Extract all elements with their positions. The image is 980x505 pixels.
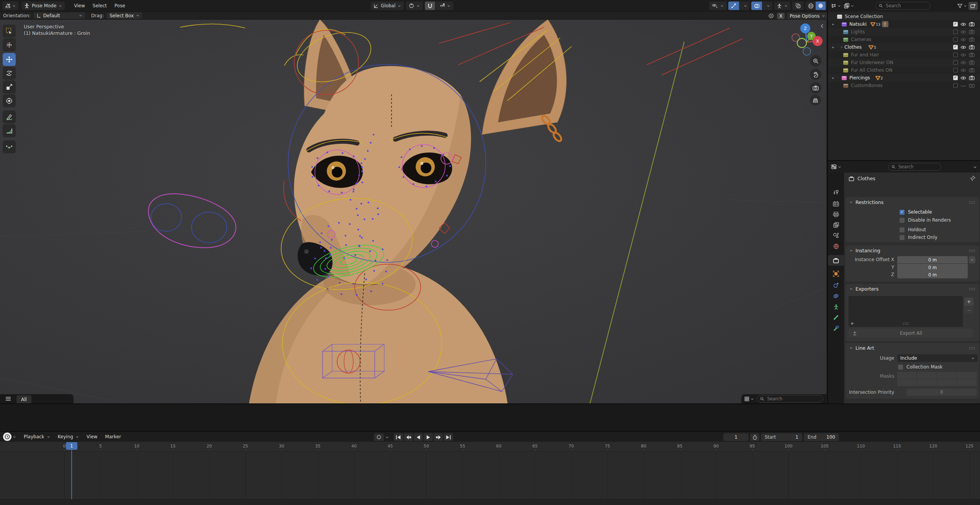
snap-mode-dropdown[interactable] — [437, 3, 453, 8]
outliner-row-fur-and-hair[interactable]: Fur and Hair — [828, 51, 980, 59]
exclude-checkbox[interactable] — [953, 83, 958, 88]
panel-grip[interactable] — [969, 288, 975, 290]
tab-view-layer[interactable] — [828, 219, 844, 230]
tool-select-box[interactable] — [3, 25, 16, 38]
outliner-search[interactable] — [875, 2, 930, 10]
tool-annotate[interactable] — [3, 110, 16, 123]
usage-dropdown[interactable]: Include — [897, 354, 978, 362]
panel-exporters-header[interactable]: Exporters — [846, 284, 979, 294]
outliner-row-cameras[interactable]: Cameras — [828, 36, 980, 43]
orientation-dropdown[interactable]: Default — [34, 12, 85, 19]
outliner-row-piercings[interactable]: ▸ Piercings 2 — [828, 74, 980, 82]
asset-search-input[interactable] — [766, 396, 820, 402]
panel-grip[interactable] — [969, 347, 975, 349]
render-camera-icon[interactable] — [969, 22, 975, 26]
asset-shelf-region[interactable] — [0, 403, 980, 431]
asset-shelf-tab-all[interactable]: All — [16, 395, 31, 403]
mode-selector[interactable]: Pose Mode — [21, 2, 65, 10]
list-resize-grip[interactable] — [903, 322, 909, 325]
instance-offset-y-field[interactable]: 0 m — [897, 264, 968, 271]
panel-instancing-header[interactable]: Instancing — [846, 245, 979, 255]
instance-offset-dropdown[interactable] — [969, 256, 975, 263]
tab-scene[interactable] — [828, 230, 844, 240]
play-button[interactable] — [424, 433, 433, 441]
hide-eye-icon[interactable] — [960, 61, 966, 65]
panel-line-art-header[interactable]: Line Art — [846, 343, 979, 353]
hide-eye-icon[interactable] — [960, 22, 966, 26]
frame-end-field[interactable]: End100 — [804, 433, 839, 441]
frame-start-field[interactable]: Start1 — [761, 433, 802, 441]
mask-toggle[interactable] — [937, 372, 957, 379]
panel-restrictions-header[interactable]: Restrictions — [846, 197, 979, 207]
tab-render[interactable] — [828, 199, 844, 209]
holdout-checkbox-row[interactable]: Holdout — [900, 227, 926, 232]
zoom-button[interactable] — [810, 55, 821, 67]
panel-grip[interactable] — [969, 201, 975, 204]
collection-mask-row[interactable]: Collection Mask — [898, 364, 942, 370]
mask-toggle[interactable] — [917, 372, 937, 379]
jump-to-end-button[interactable] — [444, 433, 453, 441]
hide-eye-closed-icon[interactable] — [960, 84, 966, 88]
disable-renders-checkbox-row[interactable]: Disable in Renders — [900, 217, 951, 223]
holdout-checkbox[interactable] — [900, 227, 905, 232]
tool-rotate[interactable] — [3, 67, 16, 80]
mask-toggle[interactable] — [897, 379, 917, 386]
outliner-row-natsuki[interactable]: ▸ Natsuki 13 — [828, 20, 980, 28]
expand-arrow[interactable]: ▸ — [830, 22, 836, 26]
editor-type-button[interactable] — [2, 2, 18, 10]
menu-view[interactable]: View — [70, 1, 88, 10]
render-camera-icon[interactable] — [969, 37, 975, 42]
next-keyframe-button[interactable] — [434, 433, 443, 441]
indirect-only-checkbox[interactable] — [900, 235, 905, 240]
outliner-search-input[interactable] — [885, 3, 927, 9]
tab-object-data-armature[interactable] — [828, 301, 844, 312]
asset-shelf-menu-icon[interactable] — [5, 396, 11, 401]
show-gizmos-toggle[interactable] — [728, 2, 739, 10]
menu-pose[interactable]: Pose — [111, 1, 129, 10]
exclude-checkbox[interactable] — [953, 53, 958, 57]
tab-bone[interactable] — [828, 312, 844, 323]
menu-timeline-view[interactable]: View — [83, 432, 101, 441]
auto-keying-toggle[interactable] — [374, 433, 384, 441]
viewport-canvas[interactable]: User Perspective (1) NatsukiArmature : G… — [0, 20, 826, 403]
camera-view-button[interactable] — [810, 82, 821, 94]
pivot-point-dropdown[interactable] — [406, 2, 423, 10]
expand-arrow[interactable]: ▸ — [830, 76, 836, 80]
selectable-checkbox-row[interactable]: Selectable — [900, 209, 932, 215]
tab-bone-constraints[interactable] — [828, 323, 844, 334]
hide-eye-icon[interactable] — [960, 30, 966, 34]
tab-output[interactable] — [828, 209, 844, 220]
active-armature-badge[interactable] — [882, 21, 888, 27]
menu-playback[interactable]: Playback — [20, 432, 54, 441]
auto-keying-dropdown[interactable] — [385, 436, 389, 439]
properties-search[interactable] — [888, 163, 941, 171]
tool-pose-breakdowner[interactable] — [3, 140, 16, 153]
transform-orientation-dropdown[interactable]: Global — [371, 2, 404, 10]
mask-toggle[interactable] — [917, 379, 937, 386]
mask-toggle[interactable] — [937, 379, 957, 386]
pose-options-dropdown[interactable]: Pose Options — [787, 13, 828, 19]
tab-world[interactable] — [828, 241, 844, 252]
export-all-button[interactable]: Export All — [849, 329, 973, 337]
exclude-checkbox[interactable] — [953, 37, 958, 42]
pan-button[interactable] — [810, 69, 821, 80]
properties-search-input[interactable] — [898, 164, 937, 170]
properties-options-dropdown[interactable] — [973, 164, 977, 169]
show-object-types-dropdown[interactable] — [709, 2, 726, 10]
outliner-row-scene-collection[interactable]: Scene Collection — [828, 13, 980, 20]
shading-wireframe-button[interactable] — [806, 2, 816, 10]
panel-grip[interactable] — [969, 249, 975, 252]
exporters-list[interactable]: ▶ — [849, 296, 963, 327]
tab-object-constraints[interactable] — [828, 291, 844, 301]
asset-search[interactable] — [757, 395, 823, 403]
tab-object[interactable] — [828, 268, 844, 279]
mask-toggle[interactable] — [957, 372, 977, 379]
menu-select[interactable]: Select — [89, 1, 111, 10]
exclude-checkbox[interactable] — [953, 45, 958, 49]
render-camera-icon[interactable] — [969, 53, 975, 57]
current-frame-badge[interactable]: 1 — [66, 442, 77, 450]
properties-editor-type-button[interactable] — [831, 164, 841, 169]
outliner-filter-dropdown[interactable] — [957, 3, 967, 8]
current-frame-field[interactable]: 1 — [723, 433, 749, 441]
pin-icon[interactable] — [970, 176, 975, 181]
